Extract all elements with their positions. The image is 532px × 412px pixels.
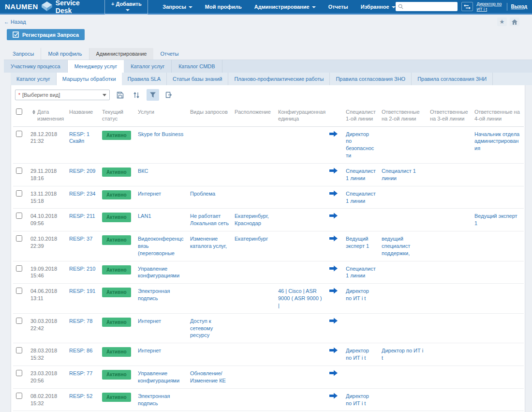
- cell-line-4[interactable]: [472, 366, 524, 389]
- cell-location[interactable]: [232, 366, 275, 389]
- cell-request-types[interactable]: Проблема: [187, 186, 232, 209]
- cell-line-3[interactable]: [427, 261, 472, 284]
- cell-line-4[interactable]: [472, 343, 524, 366]
- cell-location[interactable]: [232, 126, 275, 163]
- cell-line-3[interactable]: [427, 313, 472, 343]
- cell-line-2[interactable]: [379, 388, 427, 411]
- cell-line-2[interactable]: [379, 126, 427, 163]
- cell-specialist-1[interactable]: Директор по ИТ i t: [343, 284, 379, 314]
- cell-line-4[interactable]: [472, 284, 524, 314]
- cell-specialist-1[interactable]: Директор по ИТ i t: [343, 343, 379, 366]
- tab-my-profile[interactable]: Мой профиль: [41, 48, 89, 60]
- route-name-link[interactable]: RESP: 209: [66, 163, 99, 186]
- cell-request-types[interactable]: [187, 343, 232, 366]
- export-button[interactable]: [163, 89, 176, 101]
- row-checkbox[interactable]: [16, 265, 22, 272]
- cell-services[interactable]: Видеоконференцсвязь (переговорные: [135, 231, 187, 261]
- tab-service-catalog[interactable]: Каталог услуг: [124, 60, 172, 73]
- row-checkbox[interactable]: [16, 235, 22, 242]
- cell-config-unit[interactable]: [275, 313, 326, 343]
- cell-specialist-1[interactable]: [343, 366, 379, 389]
- tab-reports[interactable]: Отчеты: [153, 48, 185, 60]
- cell-config-unit[interactable]: 46 | Cisco | ASR 9000 ( ASR 9000 ) |: [275, 284, 326, 314]
- route-name-link[interactable]: RESP: 210: [66, 261, 99, 284]
- cell-specialist-1[interactable]: Специалист 1 линии: [343, 186, 379, 209]
- tab-zno-approval-rules[interactable]: Правила согласования ЗНО: [330, 73, 412, 85]
- cell-services[interactable]: LAN1: [135, 209, 187, 231]
- cell-services[interactable]: ВКС: [135, 163, 187, 186]
- back-link[interactable]: ← Назад: [4, 19, 26, 25]
- cell-services[interactable]: Электронная подпись: [135, 388, 187, 411]
- cell-line-3[interactable]: [427, 231, 472, 261]
- cell-line-4[interactable]: [472, 186, 524, 209]
- row-checkbox[interactable]: [16, 288, 22, 294]
- cell-line-3[interactable]: [427, 343, 472, 366]
- cell-line-3[interactable]: [427, 209, 472, 231]
- cell-line-3[interactable]: [427, 284, 472, 314]
- route-name-link[interactable]: RESP: 234: [66, 186, 99, 209]
- cell-request-types[interactable]: Не работает Локальная сеть: [187, 209, 232, 231]
- register-request-button[interactable]: Регистрация Запроса: [7, 29, 85, 40]
- tab-maintenance-works[interactable]: Планово-профилактические работы: [228, 73, 330, 85]
- cell-specialist-1[interactable]: [343, 209, 379, 231]
- route-name-link[interactable]: RESP: 52: [66, 388, 99, 411]
- cell-config-unit[interactable]: [275, 126, 326, 163]
- logout-link[interactable]: Выход: [511, 4, 527, 9]
- route-name-link[interactable]: RESP: 77: [66, 366, 99, 389]
- menu-administration[interactable]: Администрирование: [254, 4, 316, 10]
- cell-request-types[interactable]: Обновление/ Изменение КЕ: [187, 366, 232, 389]
- row-checkbox[interactable]: [16, 168, 22, 174]
- row-checkbox[interactable]: [16, 370, 22, 376]
- cell-line-3[interactable]: [427, 126, 472, 163]
- cell-location[interactable]: [232, 163, 275, 186]
- cell-line-2[interactable]: Специалист 1 линии: [379, 163, 427, 186]
- menu-reports[interactable]: Отчеты: [328, 4, 348, 10]
- view-select[interactable]: * [Выберите вид]: [15, 90, 110, 100]
- cell-config-unit[interactable]: [275, 366, 326, 389]
- cell-location[interactable]: [232, 313, 275, 343]
- cell-location[interactable]: Екатеринбург, Краснодар: [232, 209, 275, 231]
- cell-location[interactable]: [232, 284, 275, 314]
- sort-button[interactable]: [130, 89, 143, 101]
- cell-services[interactable]: Управление конфигурациями: [135, 366, 187, 389]
- cell-config-unit[interactable]: [275, 388, 326, 411]
- add-button[interactable]: + Добавить: [104, 0, 148, 15]
- row-checkbox[interactable]: [16, 131, 22, 137]
- cell-location[interactable]: [232, 388, 275, 411]
- cell-request-types[interactable]: [187, 163, 232, 186]
- sort-toggle[interactable]: [32, 110, 35, 114]
- cell-line-3[interactable]: [427, 388, 472, 411]
- tab-service-manager[interactable]: Менеджеру услуг: [68, 60, 124, 73]
- tab-cmdb-catalog[interactable]: Каталог CMDB: [172, 60, 222, 73]
- cell-specialist-1[interactable]: Специалист 1 линии: [343, 163, 379, 186]
- filter-button[interactable]: [147, 89, 159, 101]
- tab-requests[interactable]: Запросы: [6, 48, 41, 60]
- cell-line-2[interactable]: Директор по ИТ i t: [379, 343, 427, 366]
- home-icon[interactable]: [510, 17, 519, 26]
- cell-specialist-1[interactable]: Директор по безопасности: [343, 126, 379, 163]
- cell-line-3[interactable]: [427, 366, 472, 389]
- cell-location[interactable]: [232, 261, 275, 284]
- cell-line-2[interactable]: [379, 284, 427, 314]
- cell-location[interactable]: Екатеринбург: [232, 231, 275, 261]
- tab-catalog-services[interactable]: Каталог услуг: [11, 73, 57, 85]
- cell-config-unit[interactable]: [275, 231, 326, 261]
- cell-services[interactable]: Управление конфигурациями: [135, 261, 187, 284]
- tab-knowledge-base[interactable]: Статьи базы знаний: [167, 73, 228, 85]
- row-checkbox[interactable]: [16, 213, 22, 219]
- cell-specialist-1[interactable]: Специалист 1 линии: [343, 261, 379, 284]
- route-name-link[interactable]: RESP: 1 Скайп: [66, 126, 99, 163]
- route-name-link[interactable]: RESP: 78: [66, 313, 99, 343]
- tab-process-participant[interactable]: Участнику процесса: [4, 60, 68, 73]
- cell-services[interactable]: Интернет: [135, 186, 187, 209]
- cell-line-2[interactable]: [379, 313, 427, 343]
- cell-config-unit[interactable]: [275, 163, 326, 186]
- menu-favorites[interactable]: Избранное: [361, 4, 396, 10]
- cell-line-4[interactable]: [472, 231, 524, 261]
- cell-specialist-1[interactable]: [343, 313, 379, 343]
- cell-line-2[interactable]: [379, 366, 427, 389]
- search-input[interactable]: [405, 4, 455, 10]
- cell-line-4[interactable]: Ведущий эксперт 1: [472, 209, 524, 231]
- cell-request-types[interactable]: [187, 388, 232, 411]
- cell-services[interactable]: Интернет: [135, 343, 187, 366]
